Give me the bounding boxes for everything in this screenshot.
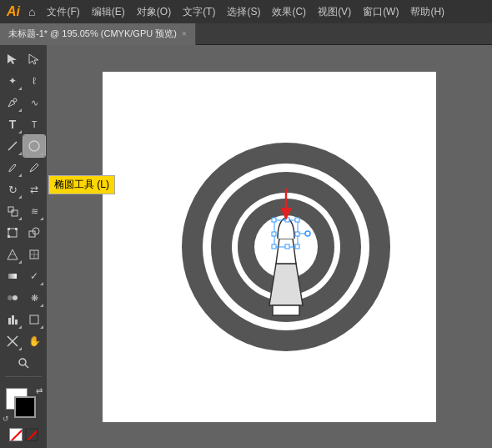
svg-marker-0 [8,54,17,64]
reset-colors-icon[interactable]: ↺ [3,415,9,423]
paint-row [0,157,47,179]
artwork [103,72,436,422]
transform-row [0,222,47,244]
toolbar: ✦ ℓ ∿ T T [0,45,47,448]
stroke-color[interactable] [14,396,36,418]
none-icons [9,428,38,441]
svg-rect-7 [8,207,13,212]
svg-rect-41 [272,218,276,222]
svg-rect-25 [15,320,18,325]
perspective-grid-tool[interactable] [2,244,23,265]
artboard-tool[interactable] [23,309,45,330]
mesh-tool[interactable] [23,244,45,265]
gradient-row: ✓ [0,265,47,287]
svg-rect-26 [30,315,38,324]
title-bar: Ai ⌂ 文件(F) 编辑(E) 对象(O) 文字(T) 选择(S) 效果(C)… [0,0,492,23]
wand-lasso-row: ✦ ℓ [0,70,47,92]
shape-builder-tool[interactable] [23,222,45,244]
selection-tool[interactable] [2,48,23,70]
color-controls: ⇄ ↺ [0,388,47,448]
menu-file[interactable]: 文件(F) [42,3,84,21]
menu-window[interactable]: 窗口(W) [358,3,404,21]
zoom-row [0,352,47,374]
svg-line-32 [27,430,38,441]
document-tab[interactable]: 未标题-1* @ 195.05% (CMYK/GPU 预览) × [0,23,196,45]
pen-row: ∿ [0,92,47,113]
svg-rect-20 [8,274,17,279]
svg-rect-24 [12,315,14,325]
home-icon[interactable]: ⌂ [28,5,35,18]
tab-bar: 未标题-1* @ 195.05% (CMYK/GPU 预览) × [0,23,492,45]
menu-effect[interactable]: 效果(C) [267,3,311,21]
menu-select[interactable]: 选择(S) [222,3,265,21]
zoom-tool[interactable] [13,352,34,374]
paintbrush-tool[interactable] [2,157,23,179]
hand-tool[interactable]: ✋ [23,330,45,352]
line-row [0,135,47,157]
svg-point-2 [13,98,17,102]
ellipse-tool[interactable] [23,135,45,157]
svg-rect-48 [295,244,299,249]
no-stroke-icon[interactable] [25,428,38,441]
toolbar-separator [5,376,42,377]
warp-tool[interactable]: ≋ [23,200,45,222]
selection-tool-row [0,48,47,70]
curvature-tool[interactable]: ∿ [23,92,45,113]
type-row: T T [0,113,47,135]
svg-line-31 [10,429,23,441]
svg-point-4 [29,141,39,151]
no-fill-icon[interactable] [9,428,23,441]
menu-object[interactable]: 对象(O) [132,3,176,21]
canvas-area[interactable] [47,45,492,448]
svg-rect-8 [12,210,18,216]
svg-rect-47 [285,244,289,249]
color-swatch-area[interactable]: ⇄ ↺ [6,388,41,423]
menu-edit[interactable]: 编辑(E) [87,3,130,21]
svg-rect-39 [273,305,299,315]
svg-rect-10 [8,228,10,230]
svg-rect-45 [295,232,299,236]
perspective-row [0,244,47,265]
symbol-sprayer-tool[interactable]: ❋ [23,287,45,309]
menu-view[interactable]: 视图(V) [313,3,356,21]
menu-bar: 文件(F) 编辑(E) 对象(O) 文字(T) 选择(S) 效果(C) 视图(V… [42,3,449,21]
tab-close-button[interactable]: × [182,29,187,38]
column-graph-tool[interactable] [2,309,23,330]
blend-row: ❋ [0,287,47,309]
touch-type-tool[interactable]: T [23,113,45,135]
main-area: ✦ ℓ ∿ T T [0,45,492,448]
magic-wand-tool[interactable]: ✦ [2,70,23,92]
line-segment-tool[interactable] [2,135,23,157]
eyedropper-tool[interactable]: ✓ [23,265,45,287]
type-tool[interactable]: T [2,113,23,135]
menu-type[interactable]: 文字(T) [178,3,220,21]
scale-row: ≋ [0,200,47,222]
rotate-row: ↻ ⇄ [0,179,47,200]
reflect-tool[interactable]: ⇄ [23,179,45,200]
blend-tool[interactable] [2,287,23,309]
canvas [103,72,436,422]
gradient-tool[interactable] [2,265,23,287]
pencil-tool[interactable] [23,157,45,179]
svg-point-22 [13,295,18,300]
svg-rect-12 [8,235,10,238]
pen-tool[interactable] [2,92,23,113]
svg-rect-43 [295,218,299,222]
svg-marker-1 [29,54,38,64]
slice-tool[interactable] [2,330,23,352]
free-transform-tool[interactable] [2,222,23,244]
rotate-tool[interactable]: ↻ [2,179,23,200]
svg-point-21 [8,295,13,300]
app-logo: Ai [7,4,20,19]
svg-rect-23 [8,318,11,325]
svg-rect-11 [15,228,18,230]
lasso-tool[interactable]: ℓ [23,70,45,92]
direct-selection-tool[interactable] [23,48,45,70]
scale-tool[interactable] [2,200,23,222]
swap-colors-icon[interactable]: ⇄ [36,386,43,395]
menu-help[interactable]: 帮助(H) [405,3,449,21]
svg-point-29 [19,359,26,365]
slice-row: ✋ [0,330,47,352]
graph-row [0,309,47,330]
svg-line-3 [8,142,17,150]
